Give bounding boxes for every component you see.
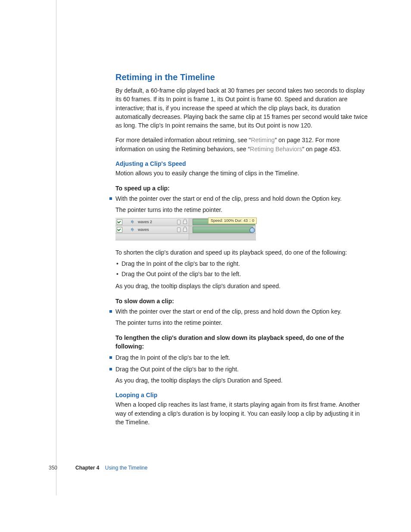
clip-bar [193,227,253,233]
chapter-number: Chapter 4 [75,465,99,471]
track-header: waves [115,226,189,233]
content-area: Retiming in the Timeline By default, a 6… [115,71,370,432]
page-footer: 350 Chapter 4 Using the Timeline [49,465,147,471]
audio-icon [131,220,135,224]
text: The pointer turns into the retime pointe… [115,318,370,327]
timeline-row: waves 2 Speed: 100% Dur: 43 :: 0 [115,218,256,226]
margin-rule [56,0,56,495]
slow-down-list: With the pointer over the start or end o… [115,307,370,327]
lock-icon [183,221,187,224]
text: With the pointer over the start or end o… [115,308,342,315]
text: ” on page 453. [302,146,341,152]
chapter-title: Using the Timeline [105,465,148,471]
shorten-list: Drag the In point of the clip's bar to t… [115,259,370,279]
timeline-row: waves [115,226,256,234]
shorten-after: As you drag, the tooltip displays the cl… [115,282,370,290]
page-number: 350 [49,465,57,471]
list-item: Drag the In point of the clip's bar to t… [115,259,370,268]
heading-looping: Looping a Clip [115,391,370,399]
audio-icon [131,227,135,232]
timeline-screenshot: waves 2 Speed: 100% Dur: 43 :: 0 waves [115,218,256,240]
text: With the pointer over the start or end o… [115,195,342,202]
pad-icon [177,220,181,224]
track-icons [177,227,187,232]
track-header: waves 2 [115,218,189,226]
list-item: With the pointer over the start or end o… [109,307,370,327]
shorten-intro: To shorten the clip's duration and speed… [115,248,370,257]
timeline-empty-row [115,234,256,240]
text: As you drag, the tooltip displays the cl… [115,376,370,385]
more-info-paragraph: For more detailed information about reti… [115,136,370,153]
looping-paragraph: When a looped clip reaches its last fram… [115,400,370,426]
speed-up-list: With the pointer over the start or end o… [115,194,370,215]
track-name: waves 2 [138,219,152,225]
lock-icon [183,229,187,232]
page: Retiming in the Timeline By default, a 6… [0,0,411,532]
heading-adjusting-speed: Adjusting a Clip's Speed [115,159,370,168]
list-item: With the pointer over the start or end o… [109,194,370,215]
lengthen-heading: To lengthen the clip's duration and slow… [115,333,370,351]
track-icons [177,220,187,224]
retime-pointer-icon [249,227,255,233]
pad-icon [177,227,181,232]
slow-down-heading: To slow down a clip: [115,297,370,305]
list-item: Drag the In point of the clip's bar to t… [109,353,370,362]
text: Drag the Out point of the clip's bar to … [115,366,239,373]
checkbox-icon [117,227,122,233]
adjusting-intro: Motion allows you to easily change the t… [115,169,370,177]
chapter-label: Chapter 4 Using the Timeline [75,465,147,471]
speed-up-heading: To speed up a clip: [115,184,370,193]
list-item: Drag the Out point of the clip's bar to … [115,270,370,278]
track-header-empty [115,234,189,240]
text: The pointer turns into the retime pointe… [115,205,370,214]
speed-tooltip: Speed: 100% Dur: 43 :: 0 [208,218,257,224]
lengthen-list: Drag the In point of the clip's bar to t… [115,353,370,385]
track-lane: Speed: 100% Dur: 43 :: 0 [189,218,256,226]
text: For more detailed information about reti… [115,137,251,143]
heading-retiming: Retiming in the Timeline [115,71,370,84]
link-retiming[interactable]: Retiming [251,137,274,143]
link-retiming-behaviors[interactable]: Retiming Behaviors [250,146,302,152]
track-name: waves [138,227,149,233]
intro-paragraph: By default, a 60-frame clip played back … [115,86,370,130]
track-lane [189,226,256,233]
list-item: Drag the Out point of the clip's bar to … [109,365,370,385]
checkbox-icon [117,219,122,225]
